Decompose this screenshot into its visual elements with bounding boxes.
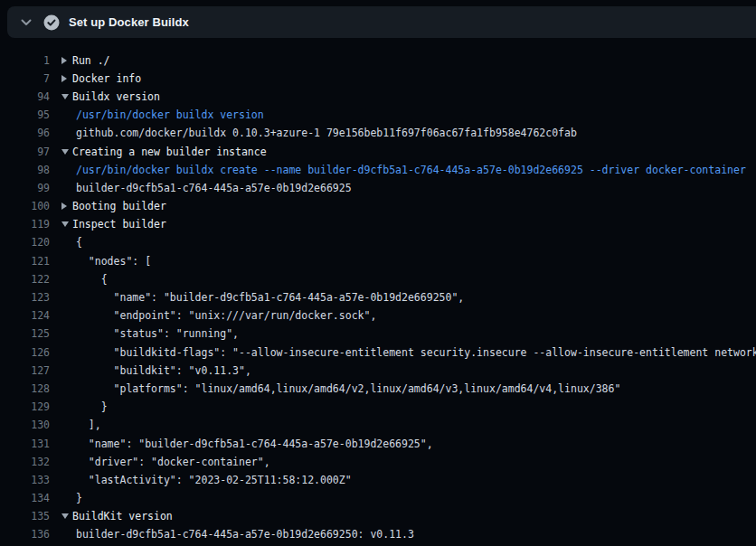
line-number[interactable]: 123	[0, 291, 50, 304]
log-line: 125 "status": "running",	[0, 325, 756, 343]
log-line: 98/usr/bin/docker buildx create --name b…	[0, 161, 756, 179]
log-line-text: }	[72, 492, 82, 504]
line-number[interactable]: 99	[0, 182, 50, 194]
log-line-text: "buildkit": "v0.11.3",	[72, 364, 251, 377]
log-line: 126 "buildkitd-flags": "--allow-insecure…	[0, 344, 756, 362]
log-line-text: Creating a new builder instance	[72, 146, 267, 158]
line-number[interactable]: 96	[0, 127, 50, 139]
line-number[interactable]: 7	[0, 72, 50, 85]
log-line-text: Run ./	[72, 54, 110, 67]
log-line-text: "name": "builder-d9cfb5a1-c764-445a-a57e…	[72, 291, 464, 304]
log-group-row[interactable]: 7Docker info	[0, 70, 756, 88]
line-number[interactable]: 131	[0, 438, 50, 450]
log-line: 121 "nodes": [	[0, 252, 756, 270]
line-number[interactable]: 1	[0, 54, 50, 67]
log-line-text: Buildx version	[72, 90, 160, 103]
log-line-text: builder-d9cfb5a1-c764-445a-a57e-0b19d2e6…	[72, 182, 352, 194]
triangle-down-icon[interactable]	[50, 513, 72, 519]
log-line: 95/usr/bin/docker buildx version	[0, 106, 756, 124]
line-number[interactable]: 121	[0, 255, 50, 268]
line-number[interactable]: 98	[0, 164, 50, 176]
triangle-right-icon[interactable]	[50, 202, 72, 210]
log-line: 128 "platforms": "linux/amd64,linux/amd6…	[0, 380, 756, 398]
log-viewer: Set up Docker Buildx 1Run ./7Docker info…	[0, 0, 756, 546]
log-line-text: "buildkitd-flags": "--allow-insecure-ent…	[72, 346, 756, 359]
log-line-text: Booting builder	[72, 200, 166, 212]
log-line: 131 "name": "builder-d9cfb5a1-c764-445a-…	[0, 434, 756, 452]
log-line-text: /usr/bin/docker buildx version	[72, 108, 264, 121]
line-number[interactable]: 130	[0, 419, 50, 431]
log-lines: 1Run ./7Docker info94Buildx version95/us…	[0, 0, 756, 544]
log-line: 99builder-d9cfb5a1-c764-445a-a57e-0b19d2…	[0, 179, 756, 197]
log-group-row[interactable]: 94Buildx version	[0, 88, 756, 106]
log-line-text: "nodes": [	[72, 255, 151, 268]
log-line: 133 "lastActivity": "2023-02-25T11:58:12…	[0, 471, 756, 489]
line-number[interactable]: 134	[0, 492, 50, 504]
line-number[interactable]: 122	[0, 273, 50, 286]
log-line-text: ],	[72, 419, 101, 431]
log-line-text: "endpoint": "unix:///var/run/docker.sock…	[72, 309, 376, 322]
log-group-row[interactable]: 100Booting builder	[0, 197, 756, 215]
log-line-text: }	[72, 400, 108, 413]
log-line-text: github.com/docker/buildx 0.10.3+azure-1 …	[72, 127, 577, 139]
log-line: 124 "endpoint": "unix:///var/run/docker.…	[0, 306, 756, 325]
line-number[interactable]: 94	[0, 90, 50, 103]
line-number[interactable]: 128	[0, 382, 50, 395]
line-number[interactable]: 132	[0, 456, 50, 468]
log-line-text: Docker info	[72, 72, 141, 85]
log-line-text: "driver": "docker-container",	[72, 456, 270, 468]
line-number[interactable]: 127	[0, 364, 50, 377]
line-number[interactable]: 126	[0, 346, 50, 359]
line-number[interactable]: 100	[0, 200, 50, 212]
log-line: 130 ],	[0, 416, 756, 434]
line-number[interactable]: 129	[0, 400, 50, 413]
line-number[interactable]: 124	[0, 309, 50, 322]
log-group-row[interactable]: 97Creating a new builder instance	[0, 142, 756, 160]
log-line-text: "name": "builder-d9cfb5a1-c764-445a-a57e…	[72, 438, 433, 450]
triangle-right-icon[interactable]	[50, 57, 72, 64]
log-group-row[interactable]: 119Inspect builder	[0, 215, 756, 233]
log-group-row[interactable]: 135BuildKit version	[0, 507, 756, 525]
log-line-text: "status": "running",	[72, 327, 239, 340]
log-line-text: "lastActivity": "2023-02-25T11:58:12.000…	[72, 474, 352, 486]
triangle-right-icon[interactable]	[50, 75, 72, 82]
triangle-down-icon[interactable]	[50, 221, 72, 227]
log-line: 127 "buildkit": "v0.11.3",	[0, 362, 756, 380]
log-line-text: builder-d9cfb5a1-c764-445a-a57e-0b19d2e6…	[72, 528, 414, 541]
line-number[interactable]: 136	[0, 528, 50, 541]
log-line-text: {	[72, 273, 108, 286]
line-number[interactable]: 125	[0, 327, 50, 340]
line-number[interactable]: 120	[0, 236, 50, 249]
log-line: 129 }	[0, 398, 756, 416]
line-number[interactable]: 133	[0, 474, 50, 486]
log-line: 136builder-d9cfb5a1-c764-445a-a57e-0b19d…	[0, 525, 756, 543]
line-number[interactable]: 135	[0, 510, 50, 522]
log-line-text: "platforms": "linux/amd64,linux/amd64/v2…	[72, 382, 620, 395]
line-number[interactable]: 119	[0, 218, 50, 231]
log-line: 122 {	[0, 270, 756, 288]
log-line-text: Inspect builder	[72, 218, 166, 231]
log-line: 96github.com/docker/buildx 0.10.3+azure-…	[0, 124, 756, 142]
log-line: 134}	[0, 489, 756, 507]
log-line-text: /usr/bin/docker buildx create --name bui…	[72, 164, 746, 176]
line-number[interactable]: 95	[0, 108, 50, 121]
line-number[interactable]: 97	[0, 146, 50, 158]
log-group-row[interactable]: 1Run ./	[0, 52, 756, 70]
log-line: 132 "driver": "docker-container",	[0, 453, 756, 471]
triangle-down-icon[interactable]	[50, 94, 72, 99]
log-line: 123 "name": "builder-d9cfb5a1-c764-445a-…	[0, 288, 756, 306]
log-line: 120{	[0, 233, 756, 251]
log-line-text: BuildKit version	[72, 510, 173, 522]
log-line-text: {	[72, 236, 82, 249]
triangle-down-icon[interactable]	[50, 149, 72, 155]
